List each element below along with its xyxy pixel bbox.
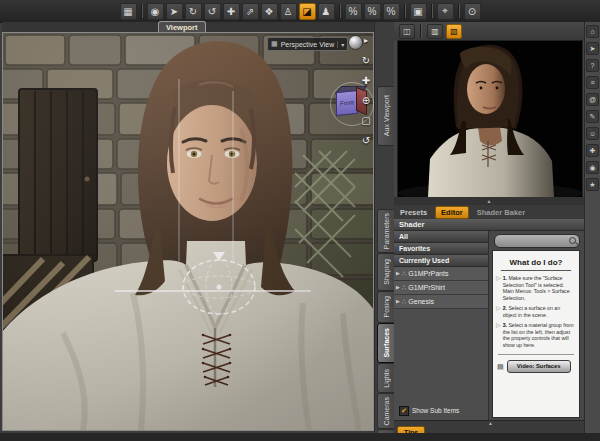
toolbar-separator (339, 4, 341, 18)
universal-tool-icon[interactable]: ❖ (261, 3, 278, 20)
material-group-icon: ∴ (402, 267, 406, 280)
help-step: ▷ 3. Select a material group from the li… (493, 322, 579, 352)
shader-wipe-icon[interactable]: % (364, 3, 381, 20)
surface-selection-tool-icon[interactable]: ◪ (299, 3, 316, 20)
tab-shaping[interactable]: Shaping (377, 253, 395, 291)
activity-strip: ⌂ ➤ ? ≡ @ ✎ ☺ ✚ ◉ ★ (584, 22, 600, 441)
orbit-view-icon[interactable]: ↺ (362, 135, 370, 146)
surfaces-editor-panel: Presets Editor Shader Baker Shader All F… (394, 205, 584, 441)
rotate-tool-icon[interactable]: ↻ (185, 3, 202, 20)
tab-posing[interactable]: Posing (377, 291, 395, 323)
title-rule (501, 270, 571, 271)
material-list-panel: All Favorites Currently Used ▶ ∴ G1MPrPa… (394, 231, 489, 420)
tab-parameters[interactable]: Parameters (377, 209, 395, 253)
toolbar-separator (458, 4, 460, 18)
toolbar-separator (420, 24, 422, 38)
panel-splitter[interactable]: ▲ (394, 197, 584, 205)
filter-all[interactable]: All (394, 231, 488, 243)
step-bullet-icon: ▷ (496, 275, 501, 301)
show-sub-items-label: Show Sub Items (412, 407, 459, 414)
bank-view-icon[interactable]: ↻ (362, 55, 370, 66)
editor-tab-bar: Presets Editor Shader Baker (394, 205, 584, 219)
help-icon[interactable]: ? (586, 59, 599, 72)
camera-view-dropdown[interactable]: ▦ Perspective View ▾ (267, 37, 348, 51)
node-edit-icon[interactable]: ⌖ (437, 3, 454, 20)
draw-style-icon[interactable] (348, 35, 363, 50)
zoom-view-icon[interactable]: ⊕ (362, 95, 370, 106)
step-text: Select a surface on an object in the sce… (503, 305, 560, 318)
render-camera-icon[interactable]: ⊙ (464, 3, 481, 20)
cpu-render-icon[interactable]: ▥ (427, 24, 443, 39)
tab-editor[interactable]: Editor (435, 206, 469, 219)
step-text: Make sure the "Surface Selection Tool" i… (503, 275, 570, 301)
ipr-toggle-icon[interactable]: ▧ (446, 24, 462, 39)
shader-group-header[interactable]: Shader (394, 219, 584, 231)
tree-item-genesis[interactable]: ▶ ∴ Genesis (394, 295, 488, 309)
viewport-canvas[interactable] (2, 32, 374, 431)
bottom-splitter-arrow-icon[interactable]: ▲ (488, 420, 493, 426)
list-icon[interactable]: ≡ (586, 76, 599, 89)
video-row: ▤ Video: Surfaces (493, 360, 579, 373)
step-number: 1. (503, 275, 507, 281)
scene-navigator-icon[interactable]: ◉ (147, 3, 164, 20)
favorites-icon[interactable]: ★ (586, 178, 599, 191)
search-input[interactable] (494, 234, 580, 248)
aux-viewport-panel: ◫ ▥ ▧ (394, 22, 584, 205)
tree-item-label: Genesis (408, 295, 434, 308)
video-surfaces-button[interactable]: Video: Surfaces (507, 360, 571, 373)
tree-item-shirt[interactable]: ▶ ∴ G1MPrShirt (394, 281, 488, 295)
view-cube-front-face[interactable]: Front (336, 90, 358, 116)
show-sub-items-checkbox[interactable]: ✔ (399, 406, 409, 416)
powerpose-icon[interactable]: ♟ (318, 3, 335, 20)
filter-currently-used[interactable]: Currently Used (394, 255, 488, 267)
home-icon[interactable]: ⌂ (586, 25, 599, 38)
help-title: What do I do? (493, 258, 579, 267)
aux-render-image (398, 41, 582, 197)
scene-3d (3, 33, 373, 430)
edit-icon[interactable]: ✎ (586, 110, 599, 123)
tab-shader-baker[interactable]: Shader Baker (477, 208, 525, 217)
expander-icon[interactable]: ▶ (396, 281, 400, 294)
select-icon[interactable]: ➤ (586, 42, 599, 55)
expander-icon[interactable]: ▶ (396, 267, 400, 280)
translate-tool-icon[interactable]: ✚ (223, 3, 240, 20)
main-toolbar: ▦ ◉ ➤ ↻ ↺ ✚ ⇗ ❖ ♙ ◪ ♟ % % % ▣ ⌖ ⊙ (0, 0, 600, 23)
tab-aux-viewport[interactable]: Aux Viewport (377, 86, 395, 146)
help-step: ▷ 1. Make sure the "Surface Selection To… (493, 275, 579, 305)
tab-lights[interactable]: Lights (377, 363, 395, 393)
status-bar (0, 433, 600, 441)
filter-favorites[interactable]: Favorites (394, 243, 488, 255)
tab-presets[interactable]: Presets (400, 208, 427, 217)
help-step: ▷ 2. Select a surface on an object in th… (493, 305, 579, 322)
record-icon[interactable]: ◉ (586, 161, 599, 174)
search-icon[interactable] (569, 237, 576, 244)
expander-icon[interactable]: ▶ (396, 295, 400, 308)
shader-brush-icon[interactable]: % (345, 3, 362, 20)
marquee-select-icon[interactable]: ▦ (120, 3, 137, 20)
view-grid-icon: ▦ (271, 40, 278, 48)
splitter-arrow-icon: ▲ (487, 198, 492, 204)
figure-pose-icon[interactable]: ♙ (280, 3, 297, 20)
frame-view-icon[interactable]: ▢ (361, 115, 370, 126)
people-icon[interactable]: ☺ (586, 127, 599, 140)
mention-icon[interactable]: @ (586, 93, 599, 106)
twist-tool-icon[interactable]: ↺ (204, 3, 221, 20)
material-group-icon: ∴ (402, 295, 406, 308)
step-number: 3. (503, 322, 507, 328)
show-sub-items-row: ✔ Show Sub Items (394, 401, 489, 420)
tree-item-pants[interactable]: ▶ ∴ G1MPrPants (394, 267, 488, 281)
viewport-options-icon[interactable]: ▸ (364, 36, 368, 45)
toolbar-separator (431, 4, 433, 18)
tab-cameras[interactable]: Cameras (377, 393, 395, 429)
scale-tool-icon[interactable]: ⇗ (242, 3, 259, 20)
add-icon[interactable]: ✚ (586, 144, 599, 157)
tab-surfaces[interactable]: Surfaces (377, 323, 395, 363)
pan-view-icon[interactable]: ✚ (362, 75, 370, 86)
primitive-icon[interactable]: ▣ (410, 3, 427, 20)
shader-fill-icon[interactable]: % (383, 3, 400, 20)
step-text: Select a material group from the list on… (503, 322, 574, 348)
chevron-down-icon[interactable]: ▾ (337, 41, 344, 48)
node-select-icon[interactable]: ➤ (166, 3, 183, 20)
aux-render-view[interactable] (397, 40, 583, 198)
aux-cameras-icon[interactable]: ◫ (399, 24, 415, 39)
